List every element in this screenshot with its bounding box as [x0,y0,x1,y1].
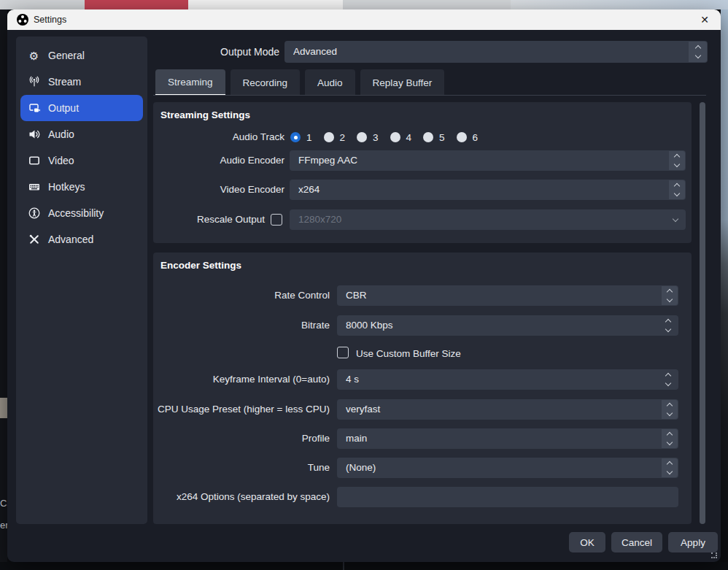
rate-control-value: CBR [346,285,657,306]
audio-track-option-4[interactable]: 4 [390,132,412,143]
sidebar-item-general[interactable]: ⚙ General [20,42,143,69]
radio-icon [324,132,334,142]
cpu-preset-label: CPU Usage Preset (higher = less CPU) [153,399,330,420]
radio-selected-icon [290,132,301,142]
close-button[interactable]: ✕ [694,9,715,30]
cpu-preset-dropdown[interactable]: veryfast [337,399,678,420]
tab-replay-buffer[interactable]: Replay Buffer [360,69,445,96]
cancel-button[interactable]: Cancel [611,532,662,552]
desktop-strip [511,0,728,9]
ok-button[interactable]: OK [569,532,605,552]
apply-button[interactable]: Apply [668,532,718,552]
chevron-down-icon [694,53,700,58]
sidebar-item-output[interactable]: Output [20,95,143,121]
video-encoder-value: x264 [298,180,664,200]
rate-control-dropdown[interactable]: CBR [337,285,678,306]
desktop-strip [188,0,343,9]
radio-label: 1 [306,132,312,143]
tab-recording[interactable]: Recording [231,69,301,96]
tune-value: (None) [346,458,657,478]
dropdown-spinner [662,400,678,419]
sidebar-item-label: Output [48,102,79,114]
tab-streaming[interactable]: Streaming [155,69,225,96]
audio-encoder-value: FFmpeg AAC [298,150,664,171]
video-encoder-label: Video Encoder [153,180,284,200]
section-title: Encoder Settings [160,260,241,271]
chevron-up-icon [674,183,680,189]
tune-dropdown[interactable]: (None) [337,458,678,478]
titlebar: Settings ✕ [7,9,721,30]
desktop-wallpaper-edge [721,9,728,562]
audio-track-option-2[interactable]: 2 [324,132,346,143]
accessibility-icon [28,207,40,220]
tabs-divider [153,95,706,96]
radio-label: 2 [340,132,346,143]
audio-track-option-5[interactable]: 5 [423,132,445,143]
background-divider [343,562,344,570]
sidebar-item-stream[interactable]: Stream [20,69,143,95]
custom-buffer-checkbox[interactable] [337,347,349,358]
section-title: Streaming Settings [160,109,250,120]
x264-options-input[interactable] [337,487,678,507]
sidebar-item-audio[interactable]: Audio [20,121,143,147]
sidebar-item-label: Advanced [48,234,93,245]
broadcast-icon [28,76,40,88]
audio-track-option-3[interactable]: 3 [357,132,379,143]
resize-grip[interactable] [711,552,717,558]
desktop-strip [343,0,511,9]
increment-icon[interactable] [665,319,671,325]
chevron-down-icon [674,161,680,167]
audio-track-option-6[interactable]: 6 [457,132,479,143]
tune-label: Tune [153,458,330,478]
sidebar-item-label: Stream [48,76,81,88]
keyframe-interval-value: 4 s [346,369,657,390]
rescale-output-checkbox[interactable] [271,214,282,226]
scrollbar-thumb[interactable] [700,102,705,524]
radio-icon [357,132,367,142]
bitrate-spinbox[interactable]: 8000 Kbps [337,315,678,336]
audio-track-option-1[interactable]: 1 [290,132,312,143]
increment-icon[interactable] [665,373,671,379]
settings-window: Settings ✕ ⚙ General Stream [7,9,721,562]
audio-encoder-label: Audio Encoder [153,150,284,171]
keyframe-interval-spinbox[interactable]: 4 s [337,369,678,390]
profile-value: main [346,428,657,449]
tab-audio[interactable]: Audio [305,69,355,96]
sidebar-item-label: Audio [48,128,74,140]
sidebar-item-advanced[interactable]: Advanced [20,226,143,253]
decrement-icon[interactable] [665,326,671,332]
radio-label: 4 [406,132,412,143]
background-window-edge [0,9,7,562]
background-window-edge [0,562,728,570]
output-mode-value: Advanced [293,41,686,63]
profile-dropdown[interactable]: main [337,428,678,449]
chevron-down-icon [667,296,673,302]
output-mode-label: Output Mode [139,41,279,63]
sidebar-item-label: General [48,50,85,61]
gear-icon: ⚙ [28,50,40,62]
video-encoder-dropdown[interactable]: x264 [290,180,686,200]
sidebar-item-accessibility[interactable]: Accessibility [20,200,143,226]
rescale-resolution-combobox[interactable]: 1280x720 [290,209,686,230]
chevron-up-icon [667,461,673,467]
chevron-down-icon [667,469,673,474]
obs-logo-icon [17,14,28,26]
radio-icon [423,132,433,142]
dropdown-spinner [689,42,707,62]
tools-icon [28,234,40,246]
sidebar-item-video[interactable]: Video [20,147,143,174]
sidebar-item-label: Video [48,155,74,166]
profile-label: Profile [153,428,330,449]
speaker-icon [28,128,40,141]
output-mode-dropdown[interactable]: Advanced [284,41,708,63]
background-image-fragment [0,398,7,418]
chevron-down-icon [667,410,673,416]
decrement-icon[interactable] [665,380,671,386]
rescale-resolution-value: 1280x720 [298,209,664,230]
rate-control-label: Rate Control [153,285,330,306]
sidebar-item-hotkeys[interactable]: Hotkeys [20,174,143,200]
settings-sidebar: ⚙ General Stream Output [16,36,147,524]
dropdown-spinner [662,429,678,448]
desktop-strip-red [85,0,188,9]
audio-encoder-dropdown[interactable]: FFmpeg AAC [290,150,686,171]
